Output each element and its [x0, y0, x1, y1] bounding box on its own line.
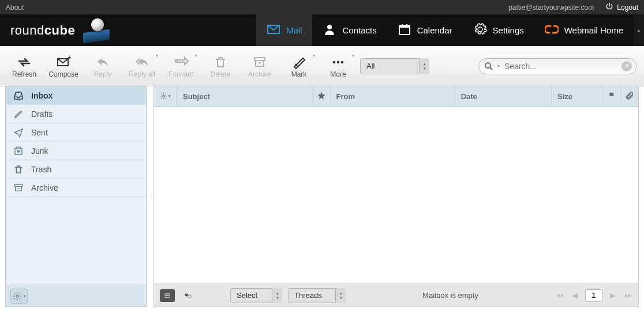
layout-list-button[interactable] — [160, 289, 175, 302]
delete-button: Delete — [203, 51, 238, 82]
nav-calendar-label: Calendar — [417, 25, 452, 35]
filter-select[interactable] — [360, 58, 429, 74]
svg-point-10 — [485, 63, 491, 68]
col-from[interactable]: From — [331, 86, 455, 106]
search-icon — [484, 61, 494, 71]
search-scope-caret[interactable]: ▾ — [497, 63, 500, 69]
nav-calendar[interactable]: Calendar — [387, 14, 463, 46]
nav-settings[interactable]: Settings — [463, 14, 534, 46]
layout-preview-button[interactable] — [181, 289, 196, 302]
logout-link[interactable]: Logout — [605, 2, 638, 12]
topbar: About pattie@startyourwpsite.com Logout — [0, 0, 644, 14]
main-nav: roundcube Mail Contacts Calendar Setting… — [0, 14, 644, 46]
logout-label: Logout — [617, 3, 638, 12]
chevron-down-icon: ▾ — [169, 94, 171, 99]
folder-sent[interactable]: Sent — [6, 123, 146, 142]
threads-menu[interactable]: ▴▾ — [288, 288, 346, 303]
nav-settings-label: Settings — [493, 25, 524, 35]
folder-archive[interactable]: Archive — [6, 179, 146, 197]
forward-button: ▾ Forward — [164, 51, 199, 82]
message-pane: ▾ Subject From Date Size — [153, 86, 639, 307]
col-size[interactable]: Size — [552, 86, 604, 106]
svg-rect-6 — [254, 58, 265, 61]
trash-folder-icon — [13, 164, 24, 175]
status-bar: ▴▾ ▴▾ Mailbox is empty ⏮ ◀ ▶ ⏭ — [154, 283, 638, 307]
folder-sidebar: Inbox Drafts Sent Junk — [5, 86, 147, 307]
nav-mail-label: Mail — [286, 25, 302, 35]
folder-inbox[interactable]: Inbox — [6, 86, 146, 105]
search-clear-icon[interactable]: ✕ — [621, 61, 632, 71]
toolbar: Refresh + Compose Reply ▾ Reply all ▾ Fo… — [0, 46, 644, 86]
pager-page-input[interactable] — [585, 289, 602, 302]
calendar-icon — [398, 22, 411, 38]
list-header: ▾ Subject From Date Size — [154, 86, 638, 107]
col-date[interactable]: Date — [455, 86, 552, 106]
refresh-button[interactable]: Refresh — [7, 51, 42, 82]
refresh-icon — [16, 54, 33, 70]
compose-icon: + — [55, 54, 72, 70]
search-input[interactable] — [504, 62, 621, 71]
nav-contacts[interactable]: Contacts — [312, 14, 387, 46]
archive-button: Archive — [242, 51, 277, 82]
mail-icon — [267, 22, 280, 38]
svg-point-0 — [327, 25, 332, 29]
mark-icon — [290, 54, 308, 70]
message-list — [154, 107, 638, 283]
pager-prev: ◀ — [570, 291, 579, 300]
logo-text: roundcube — [10, 23, 75, 38]
pager-next: ▶ — [608, 291, 617, 300]
nav-webmail-home[interactable]: Webmail Home — [534, 14, 634, 46]
folder-options-button[interactable]: ▾ — [10, 289, 28, 304]
threads-menu-input[interactable] — [288, 288, 346, 303]
col-attachment[interactable] — [621, 86, 638, 106]
trash-icon — [212, 54, 229, 70]
compose-button[interactable]: + Compose — [46, 51, 81, 82]
contact-icon — [323, 22, 336, 38]
list-options-button[interactable]: ▾ — [154, 86, 177, 106]
pager-last: ⏭ — [623, 291, 632, 300]
nav-contacts-label: Contacts — [342, 25, 376, 35]
svg-text:+: + — [68, 55, 71, 61]
mark-button[interactable]: ▾ Mark — [282, 51, 316, 82]
svg-rect-13 — [14, 184, 23, 187]
folder-drafts[interactable]: Drafts — [6, 105, 146, 123]
flag-icon — [608, 91, 617, 102]
logo: roundcube — [0, 14, 122, 46]
col-subject[interactable]: Subject — [177, 86, 313, 106]
status-message: Mailbox is empty — [351, 291, 549, 300]
junk-icon — [13, 146, 24, 156]
pager-first: ⏮ — [555, 291, 564, 300]
archive-folder-icon — [13, 183, 24, 193]
svg-point-12 — [18, 150, 20, 152]
svg-point-9 — [341, 61, 344, 63]
more-button[interactable]: ▾ More — [321, 51, 355, 82]
attachment-icon — [625, 91, 634, 102]
sidebar-footer: ▾ — [6, 285, 146, 307]
col-flag-star[interactable] — [313, 86, 331, 106]
select-menu[interactable]: ▴▾ — [230, 288, 282, 303]
folder-list: Inbox Drafts Sent Junk — [6, 86, 146, 285]
svg-point-17 — [188, 294, 191, 297]
drafts-icon — [13, 109, 24, 119]
reply-all-button: ▾ Reply all — [125, 51, 159, 82]
about-link[interactable]: About — [6, 3, 24, 12]
folder-junk[interactable]: Junk — [6, 142, 146, 160]
svg-point-8 — [337, 61, 340, 63]
nav-webmail-label: Webmail Home — [564, 25, 623, 35]
chevron-down-icon: ▾ — [24, 294, 26, 298]
body: Inbox Drafts Sent Junk — [0, 86, 644, 310]
svg-point-15 — [163, 95, 164, 97]
reply-all-icon — [133, 54, 151, 70]
filter-select-wrap: ▴▾ — [360, 58, 429, 74]
folder-trash[interactable]: Trash — [6, 160, 146, 179]
col-flag[interactable] — [604, 86, 621, 106]
svg-point-7 — [333, 61, 336, 63]
select-menu-input[interactable] — [230, 288, 282, 303]
nav-mail[interactable]: Mail — [256, 14, 313, 46]
reply-button: Reply — [85, 51, 120, 82]
sent-icon — [13, 127, 24, 138]
forward-icon — [173, 54, 190, 70]
svg-rect-2 — [399, 25, 410, 28]
nav-more-caret[interactable]: ▲ — [634, 14, 644, 46]
more-icon — [330, 54, 347, 70]
